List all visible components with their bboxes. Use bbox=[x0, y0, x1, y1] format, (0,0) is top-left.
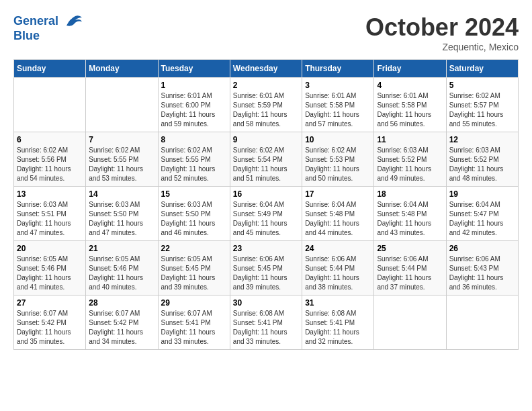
calendar-cell: 11Sunrise: 6:03 AM Sunset: 5:52 PM Dayli… bbox=[374, 132, 446, 187]
location-subtitle: Zequentic, Mexico bbox=[365, 42, 519, 52]
page-header: General Blue October 2024 Zequentic, Mex… bbox=[13, 13, 519, 52]
day-number: 25 bbox=[377, 244, 443, 253]
calendar-cell: 10Sunrise: 6:02 AM Sunset: 5:53 PM Dayli… bbox=[302, 132, 374, 187]
day-info: Sunrise: 6:02 AM Sunset: 5:55 PM Dayligh… bbox=[161, 146, 227, 183]
calendar-cell bbox=[446, 295, 518, 350]
day-info: Sunrise: 6:05 AM Sunset: 5:46 PM Dayligh… bbox=[89, 255, 154, 292]
calendar-week-row: 6Sunrise: 6:02 AM Sunset: 5:56 PM Daylig… bbox=[14, 132, 519, 187]
day-info: Sunrise: 6:05 AM Sunset: 5:46 PM Dayligh… bbox=[17, 255, 83, 292]
day-number: 5 bbox=[449, 81, 515, 90]
calendar-cell: 2Sunrise: 6:01 AM Sunset: 5:59 PM Daylig… bbox=[230, 78, 302, 132]
day-number: 6 bbox=[17, 135, 83, 144]
day-number: 28 bbox=[89, 298, 154, 308]
calendar-cell: 22Sunrise: 6:05 AM Sunset: 5:45 PM Dayli… bbox=[158, 241, 230, 295]
day-info: Sunrise: 6:07 AM Sunset: 5:41 PM Dayligh… bbox=[161, 309, 227, 347]
day-number: 9 bbox=[233, 135, 299, 144]
calendar-cell: 15Sunrise: 6:03 AM Sunset: 5:50 PM Dayli… bbox=[158, 187, 230, 241]
day-number: 12 bbox=[449, 135, 515, 144]
day-number: 16 bbox=[233, 189, 299, 199]
day-number: 18 bbox=[377, 189, 443, 199]
calendar-cell: 28Sunrise: 6:07 AM Sunset: 5:42 PM Dayli… bbox=[86, 295, 158, 350]
calendar-cell: 1Sunrise: 6:01 AM Sunset: 6:00 PM Daylig… bbox=[158, 78, 230, 132]
day-info: Sunrise: 6:03 AM Sunset: 5:52 PM Dayligh… bbox=[377, 146, 443, 183]
day-info: Sunrise: 6:04 AM Sunset: 5:49 PM Dayligh… bbox=[233, 200, 299, 238]
day-number: 21 bbox=[89, 244, 154, 253]
calendar-cell: 30Sunrise: 6:08 AM Sunset: 5:41 PM Dayli… bbox=[230, 295, 302, 350]
day-number: 17 bbox=[305, 189, 371, 199]
day-number: 11 bbox=[377, 135, 443, 144]
day-number: 4 bbox=[377, 81, 443, 90]
logo-text-line2: Blue bbox=[13, 30, 83, 43]
calendar-week-row: 20Sunrise: 6:05 AM Sunset: 5:46 PM Dayli… bbox=[14, 241, 519, 295]
day-number: 26 bbox=[449, 244, 515, 253]
day-number: 14 bbox=[89, 189, 154, 199]
day-info: Sunrise: 6:06 AM Sunset: 5:44 PM Dayligh… bbox=[377, 255, 443, 292]
day-info: Sunrise: 6:01 AM Sunset: 5:58 PM Dayligh… bbox=[305, 91, 371, 129]
calendar-week-row: 27Sunrise: 6:07 AM Sunset: 5:42 PM Dayli… bbox=[14, 295, 519, 350]
day-info: Sunrise: 6:01 AM Sunset: 5:58 PM Dayligh… bbox=[377, 91, 443, 129]
calendar-cell: 31Sunrise: 6:08 AM Sunset: 5:41 PM Dayli… bbox=[302, 295, 374, 350]
day-info: Sunrise: 6:06 AM Sunset: 5:43 PM Dayligh… bbox=[449, 255, 515, 292]
calendar-cell: 9Sunrise: 6:02 AM Sunset: 5:54 PM Daylig… bbox=[230, 132, 302, 187]
day-info: Sunrise: 6:01 AM Sunset: 5:59 PM Dayligh… bbox=[233, 91, 299, 129]
header-tuesday: Tuesday bbox=[158, 60, 230, 78]
day-number: 24 bbox=[305, 244, 371, 253]
day-number: 3 bbox=[305, 81, 371, 90]
calendar-cell: 7Sunrise: 6:02 AM Sunset: 5:55 PM Daylig… bbox=[86, 132, 158, 187]
day-info: Sunrise: 6:02 AM Sunset: 5:56 PM Dayligh… bbox=[17, 146, 83, 183]
day-number: 10 bbox=[305, 135, 371, 144]
header-sunday: Sunday bbox=[14, 60, 86, 78]
calendar-cell: 16Sunrise: 6:04 AM Sunset: 5:49 PM Dayli… bbox=[230, 187, 302, 241]
title-block: October 2024 Zequentic, Mexico bbox=[365, 13, 519, 52]
day-info: Sunrise: 6:05 AM Sunset: 5:45 PM Dayligh… bbox=[161, 255, 227, 292]
day-info: Sunrise: 6:04 AM Sunset: 5:47 PM Dayligh… bbox=[449, 200, 515, 238]
calendar-cell: 23Sunrise: 6:06 AM Sunset: 5:45 PM Dayli… bbox=[230, 241, 302, 295]
day-info: Sunrise: 6:02 AM Sunset: 5:55 PM Dayligh… bbox=[89, 146, 154, 183]
day-number: 13 bbox=[17, 189, 83, 199]
calendar-week-row: 1Sunrise: 6:01 AM Sunset: 6:00 PM Daylig… bbox=[14, 78, 519, 132]
day-number: 15 bbox=[161, 189, 227, 199]
calendar-cell: 29Sunrise: 6:07 AM Sunset: 5:41 PM Dayli… bbox=[158, 295, 230, 350]
header-saturday: Saturday bbox=[446, 60, 518, 78]
day-info: Sunrise: 6:03 AM Sunset: 5:51 PM Dayligh… bbox=[17, 200, 83, 238]
day-info: Sunrise: 6:02 AM Sunset: 5:53 PM Dayligh… bbox=[305, 146, 371, 183]
day-info: Sunrise: 6:08 AM Sunset: 5:41 PM Dayligh… bbox=[233, 309, 299, 347]
calendar-cell: 13Sunrise: 6:03 AM Sunset: 5:51 PM Dayli… bbox=[14, 187, 86, 241]
day-number: 29 bbox=[161, 298, 227, 308]
header-wednesday: Wednesday bbox=[230, 60, 302, 78]
day-info: Sunrise: 6:07 AM Sunset: 5:42 PM Dayligh… bbox=[17, 309, 83, 347]
calendar-cell: 26Sunrise: 6:06 AM Sunset: 5:43 PM Dayli… bbox=[446, 241, 518, 295]
day-info: Sunrise: 6:08 AM Sunset: 5:41 PM Dayligh… bbox=[305, 309, 371, 347]
calendar-table: Sunday Monday Tuesday Wednesday Thursday… bbox=[13, 59, 519, 350]
day-info: Sunrise: 6:06 AM Sunset: 5:45 PM Dayligh… bbox=[233, 255, 299, 292]
day-info: Sunrise: 6:06 AM Sunset: 5:44 PM Dayligh… bbox=[305, 255, 371, 292]
day-info: Sunrise: 6:03 AM Sunset: 5:50 PM Dayligh… bbox=[89, 200, 154, 238]
logo: General Blue bbox=[13, 13, 83, 43]
calendar-cell: 12Sunrise: 6:03 AM Sunset: 5:52 PM Dayli… bbox=[446, 132, 518, 187]
calendar-cell: 24Sunrise: 6:06 AM Sunset: 5:44 PM Dayli… bbox=[302, 241, 374, 295]
day-number: 19 bbox=[449, 189, 515, 199]
day-number: 31 bbox=[305, 298, 371, 308]
day-number: 8 bbox=[161, 135, 227, 144]
month-title: October 2024 bbox=[365, 13, 519, 42]
calendar-cell: 17Sunrise: 6:04 AM Sunset: 5:48 PM Dayli… bbox=[302, 187, 374, 241]
header-thursday: Thursday bbox=[302, 60, 374, 78]
calendar-cell: 3Sunrise: 6:01 AM Sunset: 5:58 PM Daylig… bbox=[302, 78, 374, 132]
logo-text-line1: General bbox=[13, 14, 58, 28]
calendar-cell bbox=[86, 78, 158, 132]
day-number: 22 bbox=[161, 244, 227, 253]
header-friday: Friday bbox=[374, 60, 446, 78]
day-info: Sunrise: 6:04 AM Sunset: 5:48 PM Dayligh… bbox=[305, 200, 371, 238]
calendar-cell: 8Sunrise: 6:02 AM Sunset: 5:55 PM Daylig… bbox=[158, 132, 230, 187]
calendar-cell: 5Sunrise: 6:02 AM Sunset: 5:57 PM Daylig… bbox=[446, 78, 518, 132]
day-info: Sunrise: 6:02 AM Sunset: 5:57 PM Dayligh… bbox=[449, 91, 515, 129]
calendar-cell: 19Sunrise: 6:04 AM Sunset: 5:47 PM Dayli… bbox=[446, 187, 518, 241]
day-info: Sunrise: 6:07 AM Sunset: 5:42 PM Dayligh… bbox=[89, 309, 154, 347]
calendar-cell: 4Sunrise: 6:01 AM Sunset: 5:58 PM Daylig… bbox=[374, 78, 446, 132]
calendar-cell: 14Sunrise: 6:03 AM Sunset: 5:50 PM Dayli… bbox=[86, 187, 158, 241]
calendar-cell bbox=[14, 78, 86, 132]
day-info: Sunrise: 6:02 AM Sunset: 5:54 PM Dayligh… bbox=[233, 146, 299, 183]
day-info: Sunrise: 6:04 AM Sunset: 5:48 PM Dayligh… bbox=[377, 200, 443, 238]
calendar-week-row: 13Sunrise: 6:03 AM Sunset: 5:51 PM Dayli… bbox=[14, 187, 519, 241]
day-info: Sunrise: 6:03 AM Sunset: 5:50 PM Dayligh… bbox=[161, 200, 227, 238]
